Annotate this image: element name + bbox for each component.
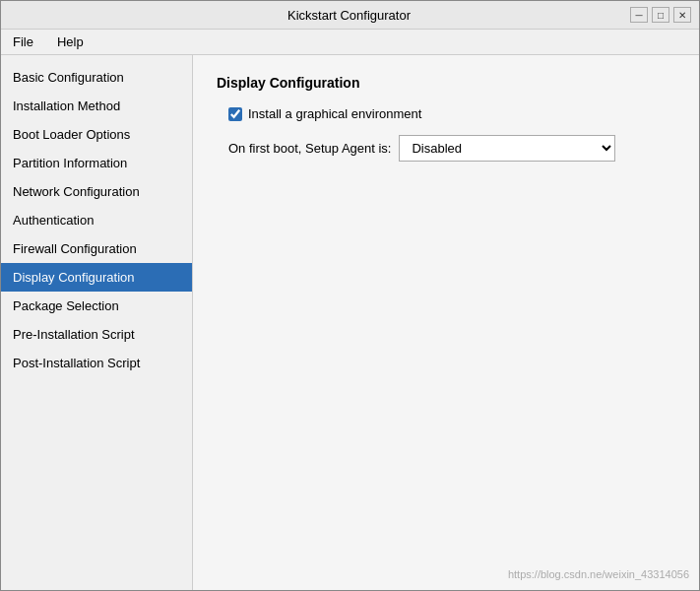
sidebar-item-installation-method[interactable]: Installation Method xyxy=(1,92,192,120)
graphical-env-row: Install a graphical environment xyxy=(217,106,675,121)
window-title: Kickstart Configurator xyxy=(68,8,630,23)
title-bar: Kickstart Configurator ─ □ ✕ xyxy=(1,1,699,30)
menu-help[interactable]: Help xyxy=(51,33,90,51)
content-area: Basic Configuration Installation Method … xyxy=(1,55,699,590)
window-controls: ─ □ ✕ xyxy=(630,7,691,23)
main-panel: Display Configuration Install a graphica… xyxy=(193,55,699,590)
sidebar-item-pre-installation-script[interactable]: Pre-Installation Script xyxy=(1,320,192,349)
setup-agent-select[interactable]: Disabled Enabled Enabled, but not config… xyxy=(399,135,615,162)
panel-title: Display Configuration xyxy=(217,75,675,91)
setup-agent-label: On first boot, Setup Agent is: xyxy=(228,141,391,156)
sidebar-item-display-configuration[interactable]: Display Configuration xyxy=(1,263,192,292)
graphical-env-checkbox[interactable] xyxy=(228,107,242,121)
app-window: Kickstart Configurator ─ □ ✕ File Help B… xyxy=(0,0,700,591)
menu-bar: File Help xyxy=(1,30,699,55)
sidebar-item-post-installation-script[interactable]: Post-Installation Script xyxy=(1,349,192,377)
graphical-env-label[interactable]: Install a graphical environment xyxy=(228,106,421,121)
setup-agent-row: On first boot, Setup Agent is: Disabled … xyxy=(217,135,675,162)
close-button[interactable]: ✕ xyxy=(673,7,691,23)
sidebar-item-basic-configuration[interactable]: Basic Configuration xyxy=(1,63,192,92)
minimize-button[interactable]: ─ xyxy=(630,7,648,23)
sidebar-item-boot-loader-options[interactable]: Boot Loader Options xyxy=(1,120,192,149)
sidebar-item-authentication[interactable]: Authentication xyxy=(1,206,192,234)
watermark: https://blog.csdn.ne/weixin_43314056 xyxy=(508,568,689,580)
sidebar-item-package-selection[interactable]: Package Selection xyxy=(1,292,192,320)
sidebar-item-partition-information[interactable]: Partition Information xyxy=(1,149,192,177)
graphical-env-text: Install a graphical environment xyxy=(248,106,421,121)
sidebar-item-firewall-configuration[interactable]: Firewall Configuration xyxy=(1,234,192,263)
sidebar: Basic Configuration Installation Method … xyxy=(1,55,193,590)
sidebar-item-network-configuration[interactable]: Network Configuration xyxy=(1,177,192,206)
menu-file[interactable]: File xyxy=(7,33,39,51)
maximize-button[interactable]: □ xyxy=(652,7,669,23)
